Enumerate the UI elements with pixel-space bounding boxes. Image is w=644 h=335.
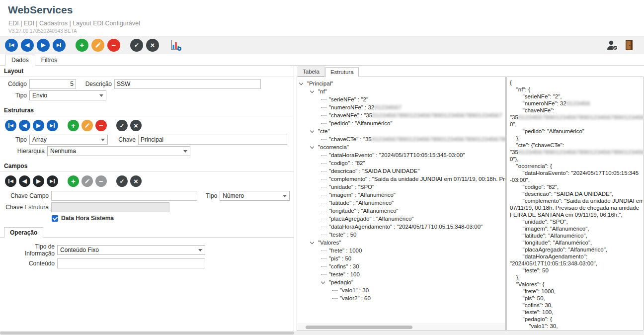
chevron-down-icon[interactable] (299, 81, 303, 84)
tree-leaf[interactable]: "placaAgregado" : "Alfanumérico" (297, 215, 505, 223)
tipo-campo-select[interactable]: Número (220, 191, 290, 201)
chave-input[interactable] (138, 135, 287, 145)
tab-dados[interactable]: Dados (5, 55, 35, 66)
tree-leaf[interactable]: "longitude" : "Alfanumérico" (297, 207, 505, 215)
campos-confirm-button[interactable]: ✓ (116, 175, 128, 187)
tree-horizontal-scrollbar[interactable] (298, 324, 505, 330)
campos-edit-button-disabled[interactable] (81, 175, 93, 187)
estruturas-cancel-button[interactable]: × (130, 120, 142, 131)
tree-leaf[interactable]: "teste" : 50 (297, 231, 505, 239)
tree-leaf[interactable]: "chaveNFe" : "35012345678901234567890123… (297, 111, 505, 119)
campos-add-button[interactable]: + (68, 175, 79, 187)
minus-icon: − (99, 177, 103, 185)
chave-campo-input[interactable] (51, 191, 197, 201)
json-preview-panel: { "nf": { "serieNFe": "2", "numeroNFe": … (506, 77, 644, 331)
tree-leaf[interactable]: "cofins" : 30 (297, 262, 505, 270)
chevron-down-icon[interactable] (310, 144, 314, 148)
tipo-estrutura-select-value: Array (32, 136, 47, 143)
page-horizontal-scrollbar[interactable] (0, 331, 644, 335)
tree-leaf[interactable]: "frete" : 1000 (297, 247, 505, 254)
breadcrumb: EDI | EDI | Cadastros | Layout EDI Confi… (8, 20, 140, 27)
edit-button[interactable] (91, 39, 104, 52)
hierarquia-label: Hierarquia (4, 148, 45, 155)
json-line: "pedido": "Alfanumérico" (510, 128, 642, 135)
nav-first-button[interactable]: ◀ (5, 39, 18, 52)
tree-leaf[interactable]: "chaveCTe" : "35012345678901234567890123… (297, 135, 505, 143)
chevron-down-icon[interactable] (310, 128, 314, 132)
estruturas-nav-last-button[interactable]: ▶ (47, 120, 58, 131)
descricao-input[interactable] (114, 79, 261, 89)
tree-connector-line (321, 195, 327, 195)
exit-button[interactable] (623, 38, 635, 52)
tree-leaf[interactable]: "unidade" : "SPO" (297, 183, 505, 191)
tree-connector-line (321, 107, 327, 108)
data-hora-sistema-checkbox[interactable] (52, 215, 58, 222)
delete-button[interactable]: − (107, 39, 120, 52)
tree-leaf[interactable]: "codigo" : "82" (297, 159, 505, 167)
chevron-down-icon[interactable] (321, 279, 325, 283)
json-line: "Valores": { (510, 281, 642, 288)
tipo-estrutura-select[interactable]: Array (29, 135, 108, 145)
tree-leaf[interactable]: "dataHoraEvento" : "2024/05/17T10:05:15:… (297, 151, 505, 159)
campos-nav-last-button[interactable]: ▶ (47, 175, 58, 187)
tree-leaf[interactable]: "pis" : 50 (297, 254, 505, 262)
scrollbar-thumb[interactable] (306, 326, 412, 329)
nav-next-button[interactable]: ▶ (37, 39, 50, 52)
cancel-button[interactable]: × (146, 39, 159, 52)
chart-button[interactable] (169, 38, 183, 52)
main-tab-strip: Dados Filtros (0, 55, 644, 66)
tree-leaf[interactable]: "pedido" : "Alfanumérico" (297, 119, 505, 127)
json-line: "teste": 50 (510, 267, 642, 274)
tree-leaf[interactable]: "valo1" : 30 (297, 286, 505, 294)
tab-operacao[interactable]: Operação (4, 227, 43, 238)
estruturas-confirm-button[interactable]: ✓ (116, 120, 128, 131)
campos-nav-prev-button[interactable]: ◀ (19, 175, 30, 187)
chevron-down-icon[interactable] (310, 240, 314, 244)
chevron-down-icon[interactable] (310, 88, 314, 92)
estruturas-nav-prev-button[interactable]: ◀ (19, 120, 30, 131)
estruturas-add-button[interactable]: + (68, 120, 79, 131)
tree-leaf[interactable]: "complemento" : "Saida da unidade JUNDIA… (297, 175, 505, 183)
scrollbar-thumb[interactable] (0, 332, 294, 335)
tree-node[interactable]: "Principal" (297, 80, 505, 87)
tree-node[interactable]: "cte" (297, 127, 505, 135)
tree-node[interactable]: "Valores" (297, 239, 505, 247)
layout-section-title: Layout (0, 66, 294, 77)
tipo-layout-select[interactable]: Envio (29, 90, 106, 100)
tree-leaf[interactable]: "valor2" : 60 (297, 294, 505, 302)
estruturas-nav-first-button[interactable]: ◀ (5, 120, 16, 131)
tipo-informacao-select[interactable]: Conteúdo Fixo (57, 245, 205, 255)
hierarquia-select[interactable]: Nenhuma (47, 146, 190, 156)
tab-estrutura[interactable]: Estrutura (325, 67, 359, 77)
tree-leaf[interactable]: "numeroNFe" : 3201234567 (297, 103, 505, 111)
tree-node[interactable]: "pedagio" (297, 278, 505, 286)
add-button[interactable]: + (76, 39, 88, 52)
campos-cancel-button[interactable]: × (130, 175, 142, 187)
tab-tabela[interactable]: Tabela (298, 67, 324, 77)
nav-last-button[interactable]: ▶ (53, 39, 66, 52)
campos-nav-next-button[interactable]: ▶ (33, 175, 44, 187)
nav-prev-button[interactable]: ◀ (21, 39, 34, 52)
codigo-input[interactable] (29, 79, 76, 89)
confirm-button[interactable]: ✓ (130, 39, 143, 52)
tipo-campo-select-value: Número (223, 192, 244, 199)
estruturas-nav-next-button[interactable]: ▶ (33, 120, 44, 131)
campos-nav-first-button[interactable]: ◀ (5, 175, 16, 187)
campos-delete-button-disabled[interactable]: − (95, 175, 107, 187)
estruturas-edit-button[interactable] (81, 120, 93, 131)
tree-leaf[interactable]: "imagem" : "Alfanumérico" (297, 191, 505, 199)
tree-leaf[interactable]: "teste" : 100 (297, 270, 505, 278)
user-permissions-button[interactable] (605, 39, 619, 52)
tree-leaf[interactable]: "serieNFe" : "2" (297, 95, 505, 103)
tree-leaf[interactable]: "latitude" : "Alfanumérico" (297, 199, 505, 207)
estruturas-section-title: Estruturas (0, 105, 294, 116)
tree-leaf[interactable]: "dataHoraAgendamento" : "2024/05/17T10:0… (297, 223, 505, 231)
tab-filtros[interactable]: Filtros (35, 55, 64, 65)
estruturas-delete-button[interactable]: − (95, 120, 107, 131)
conteudo-input[interactable] (57, 258, 205, 268)
version-label: V3.27.00 170520240943 BETA (8, 28, 77, 34)
tree-node[interactable]: "nf" (297, 87, 505, 95)
json-line: "imagem": "Alfanumérico", (510, 225, 642, 232)
tree-node[interactable]: "ocorrencia" (297, 143, 505, 151)
tree-leaf[interactable]: "descricao" : "SAIDA DA UNIDADE" (297, 167, 505, 175)
